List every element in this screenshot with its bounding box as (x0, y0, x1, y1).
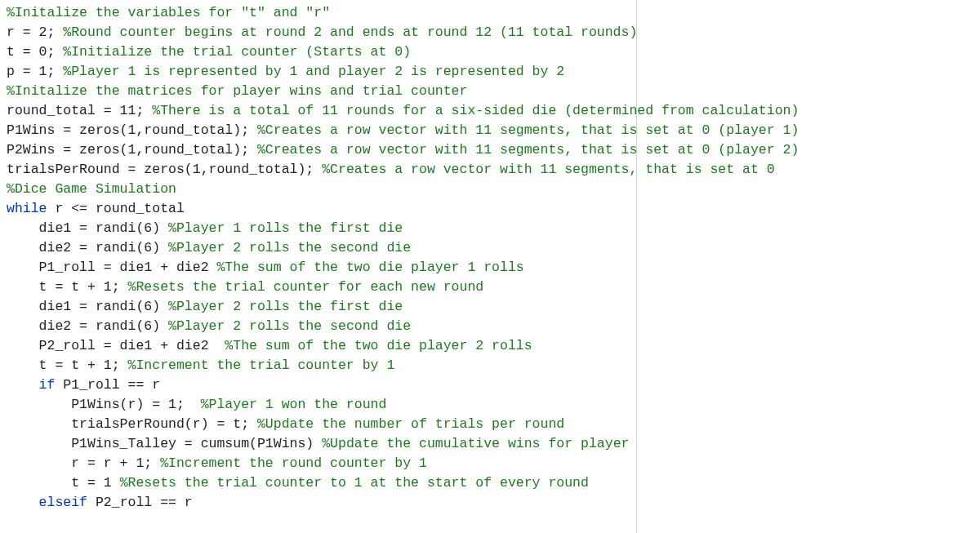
code-line[interactable]: die2 = randi(6) %Player 2 rolls the seco… (7, 318, 411, 334)
code-line[interactable]: t = 0; %Initialize the trial counter (St… (7, 44, 411, 60)
code-line[interactable]: die2 = randi(6) %Player 2 rolls the seco… (7, 240, 411, 255)
code-line[interactable]: P1Wins = zeros(1,round_total); %Creates … (7, 122, 799, 138)
code-token-comment: %Increment the round counter by 1 (160, 455, 427, 471)
code-token-comment: %Player 1 is represented by 1 and player… (63, 64, 564, 79)
code-token-default (7, 495, 39, 510)
code-line[interactable]: %Dice Game Simulation (7, 181, 176, 197)
code-line[interactable]: P1_roll = die1 + die2 %The sum of the tw… (7, 260, 524, 275)
code-token-default: r <= round_total (47, 201, 185, 216)
code-token-default: P2_roll == r (87, 495, 193, 510)
code-token-default: die2 = randi(6) (7, 240, 168, 255)
code-line[interactable]: r = 2; %Round counter begins at round 2 … (7, 24, 637, 40)
code-token-comment: %Round counter begins at round 2 and end… (63, 24, 637, 40)
code-line[interactable]: die1 = randi(6) %Player 2 rolls the firs… (7, 299, 403, 314)
code-token-default: P1Wins_Talley = cumsum(P1Wins) (7, 436, 322, 451)
code-line[interactable]: P2_roll = die1 + die2 %The sum of the tw… (7, 338, 532, 353)
code-token-default: p = 1; (7, 64, 63, 79)
code-token-default: P1Wins(r) = 1; (7, 397, 201, 412)
code-line[interactable]: P1Wins(r) = 1; %Player 1 won the round (7, 397, 386, 412)
code-token-comment: %Player 2 rolls the second die (168, 240, 411, 255)
code-token-comment: %Update the cumulative wins for player (322, 436, 629, 451)
code-token-default: r = r + 1; (7, 455, 160, 471)
code-line[interactable]: p = 1; %Player 1 is represented by 1 and… (7, 64, 564, 79)
code-token-keyword: while (7, 201, 47, 216)
code-token-default: r = 2; (7, 24, 63, 40)
code-line[interactable]: trialsPerRound = zeros(1,round_total); %… (7, 162, 775, 177)
code-token-default: trialsPerRound(r) = t; (7, 416, 257, 432)
code-token-comment: %There is a total of 11 rounds for a six… (152, 103, 799, 118)
code-line[interactable]: t = t + 1; %Resets the trial counter for… (7, 279, 483, 295)
code-token-default: round_total = 11; (7, 103, 152, 118)
code-token-comment: %Initialize the trial counter (Starts at… (63, 44, 411, 60)
code-token-comment: %Resets the trial counter for each new r… (128, 279, 484, 295)
code-token-comment: %Player 1 rolls the first die (168, 220, 403, 236)
code-token-comment: %Initalize the matrices for player wins … (7, 83, 467, 99)
code-line[interactable]: %Initalize the variables for "t" and "r" (7, 5, 330, 20)
code-token-default: die2 = randi(6) (7, 318, 168, 334)
code-token-comment: %The sum of the two die player 1 rolls (216, 260, 523, 275)
code-line[interactable]: t = 1 %Resets the trial counter to 1 at … (7, 475, 589, 491)
code-line[interactable]: P1Wins_Talley = cumsum(P1Wins) %Update t… (7, 436, 629, 451)
code-token-comment: %Creates a row vector with 11 segments, … (322, 162, 775, 177)
code-editor[interactable]: %Initalize the variables for "t" and "r"… (0, 0, 980, 516)
code-token-default: t = t + 1; (7, 358, 128, 373)
code-line[interactable]: trialsPerRound(r) = t; %Update the numbe… (7, 416, 564, 432)
code-line[interactable]: P2Wins = zeros(1,round_total); %Creates … (7, 142, 799, 158)
code-line[interactable]: die1 = randi(6) %Player 1 rolls the firs… (7, 220, 403, 236)
code-token-default: P2Wins = zeros(1,round_total); (7, 142, 257, 158)
code-token-default: P1Wins = zeros(1,round_total); (7, 122, 257, 138)
code-line[interactable]: while r <= round_total (7, 201, 185, 216)
code-token-comment: %Increment the trial counter by 1 (128, 358, 395, 373)
code-line[interactable]: if P1_roll == r (7, 377, 160, 393)
code-token-default: P1_roll == r (55, 377, 160, 393)
code-line[interactable]: elseif P2_roll == r (7, 495, 193, 510)
code-token-keyword: elseif (39, 495, 87, 510)
code-token-comment: %Player 1 won the round (201, 397, 387, 412)
code-line[interactable]: r = r + 1; %Increment the round counter … (7, 455, 427, 471)
code-token-comment: %Creates a row vector with 11 segments, … (257, 142, 799, 158)
code-token-default: t = 1 (7, 475, 120, 491)
code-token-comment: %Player 2 rolls the first die (168, 299, 403, 314)
code-token-default: die1 = randi(6) (7, 220, 168, 236)
code-token-comment: %Update the number of trials per round (257, 416, 564, 432)
code-token-default: trialsPerRound = zeros(1,round_total); (7, 162, 322, 177)
code-line[interactable]: %Initalize the matrices for player wins … (7, 83, 467, 99)
code-token-comment: %Dice Game Simulation (7, 181, 176, 197)
code-token-comment: %Player 2 rolls the second die (168, 318, 411, 334)
code-token-comment: %Resets the trial counter to 1 at the st… (120, 475, 589, 491)
code-token-comment: %Initalize the variables for "t" and "r" (7, 5, 330, 20)
code-token-default: t = t + 1; (7, 279, 128, 295)
code-token-default (7, 377, 39, 393)
code-line[interactable]: t = t + 1; %Increment the trial counter … (7, 358, 394, 373)
code-token-default: t = 0; (7, 44, 63, 60)
code-token-comment: %The sum of the two die player 2 rolls (225, 338, 532, 353)
editor-ruler (636, 0, 637, 533)
code-token-default: P1_roll = die1 + die2 (7, 260, 216, 275)
code-token-comment: %Creates a row vector with 11 segments, … (257, 122, 799, 138)
code-line[interactable]: round_total = 11; %There is a total of 1… (7, 103, 799, 118)
code-token-default: die1 = randi(6) (7, 299, 168, 314)
code-token-keyword: if (39, 377, 56, 393)
code-token-default: P2_roll = die1 + die2 (7, 338, 225, 353)
